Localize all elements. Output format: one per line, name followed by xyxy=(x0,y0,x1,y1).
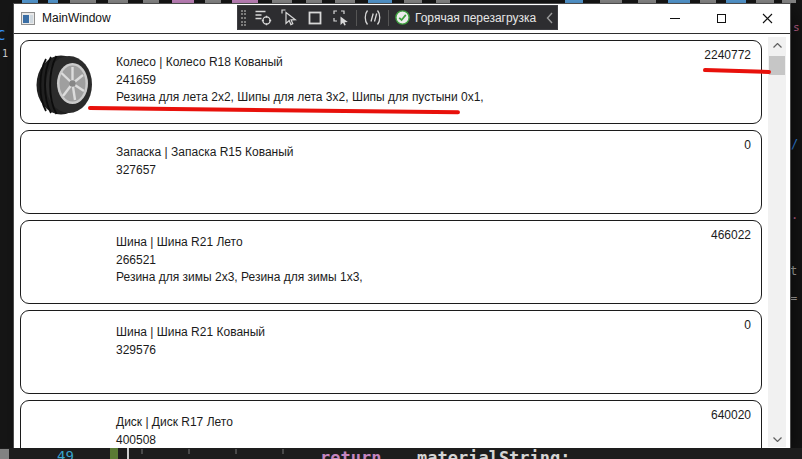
editor-text-fragment xyxy=(700,0,716,3)
close-button[interactable] xyxy=(744,4,790,33)
item-price: 2240772 xyxy=(704,48,751,62)
list-item[interactable]: Диск | Диск R17 Лето 400508 640020 xyxy=(20,400,762,448)
item-price: 466022 xyxy=(711,228,751,242)
live-visual-tree-button[interactable] xyxy=(251,7,274,28)
scrollbar-thumb[interactable] xyxy=(769,56,785,75)
minimize-button[interactable] xyxy=(652,4,698,33)
editor-line-number: 49 xyxy=(57,448,74,459)
editor-text-fragment: . xyxy=(791,209,798,221)
item-article: 400508 xyxy=(116,432,641,449)
xaml-debug-toolbar: Горячая перезагрузка xyxy=(237,5,558,30)
chevron-left-icon xyxy=(546,12,553,24)
list-item[interactable]: Шина | Шина R21 Лето 266521 Резина для з… xyxy=(20,220,762,304)
editor-text-fragment xyxy=(70,0,96,3)
item-title: Шина | Шина R21 Лето xyxy=(116,234,641,252)
window-title: MainWindow xyxy=(42,4,111,33)
editor-text-fragment xyxy=(756,0,774,3)
editor-scrollbar-block xyxy=(0,449,9,459)
indent-guide xyxy=(235,449,237,454)
item-article: 329576 xyxy=(116,342,641,360)
editor-code-identifier: materialString; xyxy=(417,448,571,459)
maximize-button[interactable] xyxy=(698,4,744,33)
editor-text-fragment xyxy=(600,0,622,3)
selection-cursor-icon xyxy=(281,9,297,26)
editor-text-fragment: = xyxy=(790,292,797,304)
editor-text-fragment: 1 xyxy=(2,49,8,59)
item-title: Диск | Диск R17 Лето xyxy=(116,414,641,432)
cursor-with-frame-icon xyxy=(332,9,350,26)
editor-text-fragment xyxy=(232,0,258,3)
editor-text-fragment xyxy=(22,0,38,3)
editor-text-fragment xyxy=(565,0,583,3)
toolbar-grip[interactable] xyxy=(241,10,246,26)
item-title: Шина | Шина R21 Кованый xyxy=(116,324,641,342)
vertical-scrollbar[interactable] xyxy=(768,37,786,447)
list-item[interactable]: Шина | Шина R21 Кованый 329576 0 xyxy=(20,310,762,394)
chevron-up-icon xyxy=(773,43,782,48)
item-price: 640020 xyxy=(711,408,751,422)
square-outline-icon xyxy=(307,10,323,26)
minimize-icon xyxy=(670,18,680,19)
item-list: Колесо | Колесо R18 Кованый 241659 Резин… xyxy=(14,33,790,448)
chevron-down-icon xyxy=(773,437,782,442)
item-text-block: Колесо | Колесо R18 Кованый 241659 Резин… xyxy=(116,54,641,107)
item-price: 0 xyxy=(744,318,751,332)
editor-text-fragment xyxy=(638,0,656,3)
editor-text-fragment: C xyxy=(0,28,5,42)
editor-text-fragment xyxy=(368,0,392,3)
code-editor-strip: 49 return materialString; xyxy=(0,448,802,459)
toolbar-separator xyxy=(388,10,389,26)
indent-guide xyxy=(282,449,284,454)
editor-change-bar xyxy=(110,448,118,459)
editor-text-fragment xyxy=(272,0,292,3)
hot-reload-button[interactable]: Горячая перезагрузка xyxy=(393,7,538,28)
editor-text-fragment xyxy=(172,0,194,3)
editor-text-fragment xyxy=(108,0,128,3)
main-window: MainWindow xyxy=(14,4,790,448)
item-attributes: Резина для зимы 2x3, Резина для зимы 1x3… xyxy=(116,269,641,287)
xaml-hot-reload-settings-button[interactable] xyxy=(361,7,384,28)
item-text-block: Шина | Шина R21 Лето 266521 Резина для з… xyxy=(116,234,641,287)
item-title: Запаска | Запаска R15 Кованый xyxy=(116,144,641,162)
editor-text-fragment xyxy=(205,0,221,3)
item-text-block: Шина | Шина R21 Кованый 329576 xyxy=(116,324,641,359)
indent-guide xyxy=(141,449,143,454)
editor-text-fragment xyxy=(48,0,58,3)
item-article: 327657 xyxy=(116,162,641,180)
scroll-up-button[interactable] xyxy=(768,37,786,53)
toolbar-collapse-button[interactable] xyxy=(546,12,553,24)
item-attributes: Резина для лета 2x2, Шипы для лета 3x2, … xyxy=(116,89,641,107)
hot-reload-check-icon xyxy=(395,10,410,25)
editor-code-keyword: return xyxy=(320,448,381,459)
code-parentheses-icon xyxy=(363,9,382,26)
live-visual-tree-icon xyxy=(254,9,272,26)
hot-reload-label: Горячая перезагрузка xyxy=(415,11,536,25)
item-article: 241659 xyxy=(116,72,641,90)
maximize-icon xyxy=(717,14,726,23)
close-icon xyxy=(762,13,773,24)
toolbar-separator xyxy=(356,10,357,26)
item-title: Колесо | Колесо R18 Кованый xyxy=(116,54,641,72)
editor-caret xyxy=(127,448,129,459)
indent-guide xyxy=(188,449,190,454)
editor-text-fragment xyxy=(436,0,450,3)
item-text-block: Запаска | Запаска R15 Кованый 327657 xyxy=(116,144,641,179)
item-price: 0 xyxy=(744,138,751,152)
editor-text-fragment xyxy=(668,0,690,3)
enable-selection-button[interactable] xyxy=(277,7,300,28)
editor-text-fragment xyxy=(782,0,796,3)
editor-text-fragment xyxy=(726,0,746,3)
editor-text-fragment xyxy=(306,0,322,3)
list-item[interactable]: Запаска | Запаска R15 Кованый 327657 0 xyxy=(20,130,762,214)
editor-text-fragment: t xyxy=(790,265,797,277)
scroll-down-button[interactable] xyxy=(768,431,786,447)
app-icon xyxy=(21,12,35,25)
item-article: 266521 xyxy=(116,252,641,270)
editor-text-fragment xyxy=(335,0,355,3)
editor-text-fragment: s xyxy=(793,22,800,33)
display-adorners-button[interactable] xyxy=(303,7,326,28)
editor-text-fragment: / xyxy=(791,138,798,150)
editor-text-fragment xyxy=(143,0,159,3)
track-focused-element-button[interactable] xyxy=(329,7,352,28)
editor-text-fragment xyxy=(404,0,422,3)
